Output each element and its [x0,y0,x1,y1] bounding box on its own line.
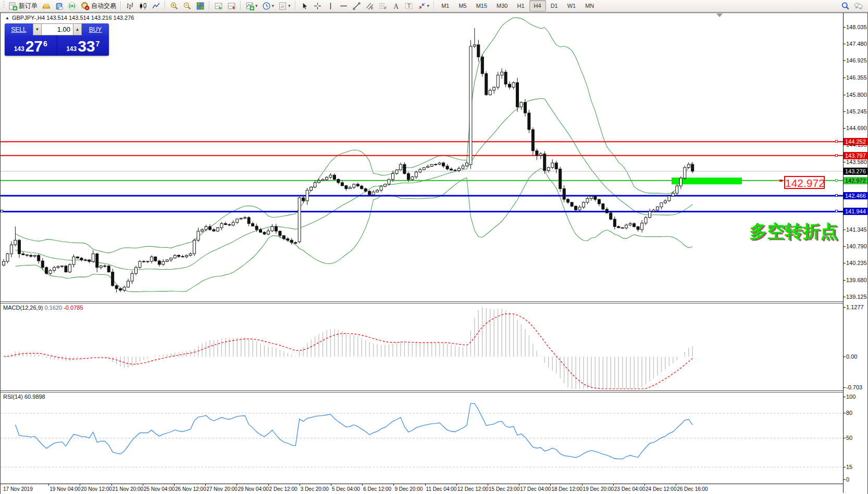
search-button[interactable] [839,0,852,11]
candle [605,207,608,213]
time-label: 29 Nov 04:00 [238,486,269,492]
candle-chart-button[interactable] [137,0,150,11]
volume-decrease-button[interactable]: ▼ [33,23,42,35]
volume-increase-button[interactable]: ▲ [73,23,82,35]
line-handle[interactable] [835,154,838,157]
chat-button[interactable] [852,0,865,11]
candle [376,189,379,193]
bar-chart-button[interactable] [123,0,137,11]
chart-shift-marker[interactable] [716,14,723,17]
candle [107,265,110,273]
zoom-in-button[interactable] [168,0,181,11]
timeframe-mn-button[interactable]: MN [580,0,599,11]
chart-shift-button[interactable] [225,0,238,11]
timeframe-h1-button[interactable]: H1 [513,0,529,11]
candle [6,253,9,263]
candle [290,238,293,245]
candle [314,181,316,188]
rsi-canvas[interactable] [1,392,843,484]
ask-price-button[interactable]: 143 33 7 [57,35,109,56]
price-tag-141.944: 141.944 [844,208,867,215]
new-order-button[interactable]: 新订单 [6,0,40,11]
time-tick [550,484,551,486]
timeframe-m1-button[interactable]: M1 [437,0,454,11]
timeframe-w1-button[interactable]: W1 [563,0,581,11]
market-watch-button[interactable] [53,0,66,11]
time-label: 17 Dec 04:00 [520,486,551,492]
dropdown-caret-icon[interactable]: ▾ [255,3,258,8]
dropdown-caret-icon[interactable]: ▾ [427,3,430,8]
fibonacci-button[interactable]: F [376,0,389,11]
turning-point-annotation[interactable]: 多空转折点 [749,220,838,244]
candle [162,259,165,266]
main-chart-canvas[interactable] [1,13,843,301]
time-tick [174,484,175,486]
zoom-out-button[interactable] [181,0,194,11]
dropdown-caret-icon[interactable]: ▾ [288,3,291,8]
auto-scroll-button[interactable] [212,0,225,11]
line-chart-button[interactable] [150,0,163,11]
trendline-button[interactable] [350,0,363,11]
dropdown-caret-icon[interactable]: ▾ [272,3,275,8]
crosshair-button[interactable] [311,0,324,11]
candle [353,184,355,189]
candle [271,224,274,232]
macd-canvas[interactable] [1,303,843,390]
price-tick-label: 145.245 [846,108,867,115]
line-handle[interactable] [835,194,838,197]
volume-input[interactable] [42,23,73,35]
market-doc-icon [55,2,64,10]
line-handle[interactable] [1,210,3,212]
candle [633,222,636,227]
candle [504,70,507,87]
candle [582,201,585,209]
candle [450,168,453,171]
candle [259,227,262,233]
timeframe-h4-button[interactable]: H4 [529,0,546,11]
channel-icon: E [365,2,374,10]
candle [520,102,523,110]
candle [531,128,534,156]
indicators-button[interactable]: ▾ [243,0,260,11]
candle [119,287,122,292]
sell-button[interactable]: SELL [5,23,33,35]
tile-windows-button[interactable] [194,0,207,11]
line-handle[interactable] [835,210,838,212]
candle [173,254,176,259]
bid-price-button[interactable]: 143 27 6 [5,35,57,56]
gold-ingot-button[interactable] [40,0,53,11]
channel-button[interactable]: E [363,0,376,11]
candle [166,259,168,262]
signals-button[interactable] [66,0,79,11]
cursor-button[interactable] [298,0,311,11]
pane-separator[interactable] [1,301,843,302]
timeframe-m15-button[interactable]: M15 [472,0,492,11]
timeframe-m30-button[interactable]: M30 [492,0,512,11]
line-handle[interactable] [835,140,838,143]
label-button[interactable]: T [402,0,415,11]
arrows-button[interactable]: ▾ [415,0,432,11]
time-label: 24 Dec 12:00 [646,486,677,492]
candle [18,239,20,258]
price-axis[interactable]: 148.035147.480146.925146.355145.800145.2… [843,13,867,493]
text-button[interactable]: A [389,0,402,11]
candle [33,255,36,258]
buy-button[interactable]: BUY [82,23,109,35]
vline-icon [326,2,335,10]
hline-button[interactable] [337,0,350,11]
timeframe-m5-button[interactable]: M5 [454,0,471,11]
time-label: 9 Dec 20:00 [394,486,423,492]
time-axis[interactable]: 17 Nov 201919 Nov 04:0020 Nov 12:0021 No… [1,484,843,493]
candle [509,81,511,90]
price-annotation-box[interactable]: 142.972 [784,176,825,189]
line-handle[interactable] [835,179,838,182]
timeframe-d1-button[interactable]: D1 [546,0,563,11]
collapse-trade-panel-icon[interactable]: ▲ [5,16,9,20]
templates-button[interactable]: ▾ [276,0,293,11]
periods-button[interactable]: ▾ [260,0,277,11]
pane-separator[interactable] [1,390,843,391]
vline-button[interactable] [324,0,337,11]
candle [419,168,421,173]
autotrading-button[interactable]: 自动交易 [79,0,118,11]
annotation-anchor[interactable] [779,180,783,182]
